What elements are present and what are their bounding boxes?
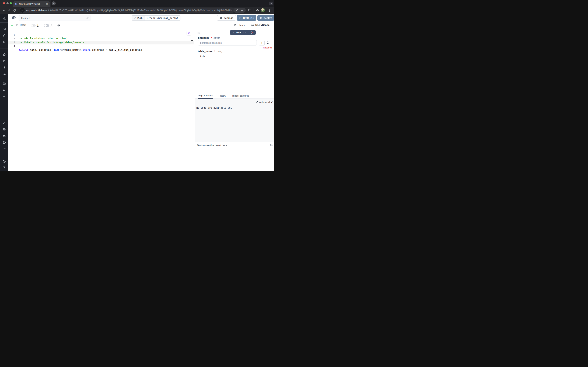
multiplayer-toggle[interactable] [44, 24, 49, 27]
sidebar-item-audit-logs[interactable] [2, 147, 6, 151]
reload-button[interactable] [12, 9, 17, 12]
refresh-resources-button[interactable] [266, 41, 269, 45]
path-pill[interactable]: Path u/henri/magical_script [132, 15, 180, 21]
script-summary-field[interactable] [18, 15, 91, 21]
sidebar-add-item[interactable] [2, 95, 6, 98]
expand-icon[interactable] [256, 101, 258, 103]
sidebar-item-routes[interactable] [2, 88, 6, 92]
back-button[interactable] [1, 9, 7, 12]
path-label-segment[interactable]: Path [132, 16, 145, 20]
sidebar-item-resources[interactable] [2, 72, 6, 76]
sidebar-item-settings[interactable] [2, 127, 6, 131]
close-window-button[interactable] [3, 2, 5, 4]
sidebar-item-home[interactable] [2, 53, 6, 56]
add-resource-button[interactable]: + [259, 40, 265, 45]
draft-button[interactable]: Draft ⌘S [237, 15, 256, 21]
database-field-label: database* object [198, 36, 220, 39]
tab-close-icon[interactable]: ✕ [46, 3, 48, 5]
library-button[interactable]: Library [234, 24, 245, 26]
sidebar-item-search[interactable] [2, 40, 6, 44]
sidebar-item-schedules[interactable] [2, 82, 6, 85]
field-type: string [217, 50, 222, 53]
info-icon[interactable] [270, 144, 273, 147]
sidebar-divider [0, 22, 8, 23]
sidebar-item-user[interactable] [2, 121, 6, 125]
app-sidebar [0, 14, 8, 171]
library-label: Library [238, 24, 245, 26]
users-icon [50, 24, 53, 27]
sidebar-item-workers[interactable] [2, 134, 6, 138]
database-resource-input[interactable] [198, 40, 257, 45]
url-host: app.windmill.dev [26, 9, 44, 12]
apps-icon [3, 27, 6, 31]
site-info-button[interactable] [20, 8, 25, 13]
code-editor[interactable]: 1 -- :daily_minimum_calories (int) 2 -- … [8, 29, 195, 171]
browser-menu-button[interactable] [268, 8, 271, 12]
sidebar-collapse-toggle[interactable] [2, 165, 6, 168]
schedules-calendar-icon [3, 82, 6, 85]
path-label: Path [137, 17, 143, 19]
use-vscode-button[interactable]: Use VScode [251, 24, 269, 26]
diff-toggle[interactable] [31, 24, 36, 27]
reload-icon [13, 9, 16, 12]
info-circle-icon [270, 144, 273, 147]
zoom-in-icon[interactable] [236, 9, 239, 12]
browser-tab[interactable]: New Script | Windmill ✕ [13, 1, 50, 7]
reset-button[interactable]: Reset [16, 24, 26, 26]
url-text: app.windmill.dev/scripts/add#JTdCJTIyaGF… [26, 9, 232, 12]
routes-icon [3, 88, 6, 92]
home-icon [3, 53, 6, 56]
draft-shortcut: ⌘S [250, 17, 254, 19]
new-tab-button[interactable]: + [52, 1, 56, 5]
draft-label: Draft [243, 17, 249, 19]
table-name-input[interactable] [198, 54, 271, 59]
sidebar-item-favorites[interactable] [2, 33, 6, 37]
variables-dollar-icon [3, 66, 6, 69]
settings-button[interactable]: Settings [217, 15, 236, 21]
code-line: 3 [8, 37, 194, 41]
runs-play-icon [3, 59, 6, 62]
profile-avatar[interactable] [261, 8, 265, 12]
table-name-field-label: table_name* string [198, 50, 222, 53]
ai-assistant-button[interactable] [186, 31, 191, 35]
auto-scroll-control[interactable]: Auto scroll ✔ [256, 101, 273, 103]
sidebar-item-variables[interactable] [2, 66, 6, 69]
gear-icon [57, 24, 60, 27]
watch-mode-button[interactable] [249, 30, 256, 35]
deploy-button[interactable]: Deploy [257, 15, 274, 21]
collapse-panel-button[interactable] [197, 31, 200, 35]
pencil-icon [134, 17, 136, 19]
pencil-icon[interactable] [86, 17, 89, 19]
refresh-icon [16, 24, 18, 26]
editor-settings-button[interactable] [57, 24, 60, 28]
save-icon [260, 17, 262, 19]
required-asterisk: * [211, 36, 212, 39]
collaborators-button[interactable] [50, 24, 53, 28]
sidebar-item-apps[interactable] [2, 27, 6, 31]
plus-minus-icon[interactable]: ± [37, 24, 39, 27]
help-icon [3, 160, 6, 163]
windmill-logo[interactable] [2, 17, 6, 20]
script-summary-input[interactable] [21, 17, 86, 20]
app-main: Path u/henri/magical_script Settings Dra… [8, 14, 274, 171]
sidebar-item-folders[interactable] [2, 141, 6, 144]
windmill-favicon [15, 3, 18, 5]
sidebar-item-help[interactable] [2, 159, 6, 163]
minimize-window-button[interactable] [7, 2, 8, 4]
address-bar[interactable]: app.windmill.dev/scripts/add#JTdCJTIyaGF… [20, 8, 235, 13]
extensions-button[interactable] [248, 8, 251, 11]
field-name: table_name [198, 50, 212, 53]
tab-search-button[interactable] [269, 1, 273, 5]
editor-toolbar: Reset ± Library [8, 22, 274, 29]
forward-icon [8, 9, 11, 12]
code-line: 1 -- :daily_minimum_calories (int) [8, 29, 194, 33]
tab-logs-result[interactable]: Logs & Result [198, 94, 213, 99]
tab-history[interactable]: History [218, 94, 226, 99]
forward-button[interactable] [7, 9, 12, 12]
downloads-button[interactable] [256, 8, 259, 11]
bookmark-star-icon[interactable] [241, 9, 244, 12]
test-button[interactable]: Test ⌘↵ [230, 31, 249, 34]
tab-trigger-captures[interactable]: Trigger captures [232, 94, 249, 99]
fullscreen-window-button[interactable] [10, 2, 12, 4]
sidebar-item-runs[interactable] [2, 59, 6, 62]
